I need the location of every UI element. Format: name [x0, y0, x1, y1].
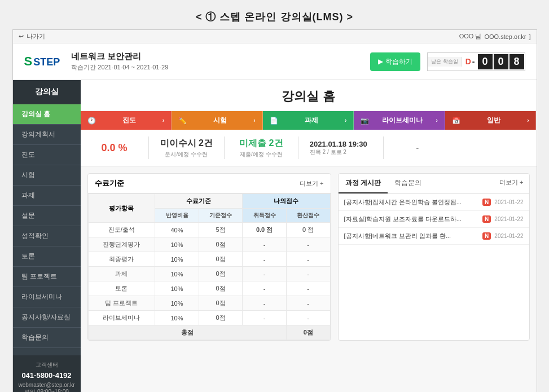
calendar-icon: 📅 [452, 117, 460, 125]
table-row: 진도/출석 40% 5점 0.0 점 0 점 [88, 223, 330, 237]
tab-board[interactable]: 과정 게시판 [339, 174, 388, 193]
nav-tabs: 🕐 진도 › ✏️ 시험 › 📄 과제 › [81, 111, 537, 130]
sidebar: 강의실 강의실 홈 강의계획서 진도 시험 과제 설문 성적확인 토론 팀 프로… [13, 80, 81, 392]
sidebar-item-project[interactable]: 팀 프로젝트 [13, 267, 81, 287]
criteria-table: 평가항목 수료기준 나의점수 반영비율 기준점수 취득점수 환산점수 [88, 193, 331, 340]
course-title: 네트워크 보안관리 [71, 51, 168, 62]
sidebar-item-grade[interactable]: 성적확인 [13, 226, 81, 246]
browser-back-btn[interactable]: ↩ 나가기 [19, 32, 45, 41]
sidebar-title: 강의실 [13, 80, 81, 104]
lms-header: SSTEP 네트워크 보안관리 학습기간 2021-01-04 ~ 2021-0… [13, 43, 537, 80]
sidebar-item-notice[interactable]: 공지사항/자료실 [13, 307, 81, 328]
content-area: 강의실 홈 🕐 진도 › ✏️ 시험 › [81, 80, 537, 392]
criteria-box: 수료기준 더보기 + 평가항목 수료기준 나의점수 [87, 173, 331, 341]
jindo-stat: 0.0 % [92, 142, 137, 154]
sidebar-item-jindo[interactable]: 진도 [13, 145, 81, 165]
tab-others[interactable]: 📅 일반 › [445, 111, 537, 130]
criteria-header: 수료기준 더보기 + [88, 174, 331, 193]
table-row: 과제 10% 0점 - - [88, 267, 330, 281]
table-row: 토론 10% 0점 - - [88, 281, 330, 296]
tab-siheom[interactable]: ✏️ 시험 › [172, 111, 263, 130]
header-right: ▶ 학습하기 남은 학습일 D - 0 0 [370, 52, 525, 71]
sidebar-item-exam[interactable]: 시험 [13, 165, 81, 186]
total-row: 총점 0점 [88, 325, 330, 340]
criteria-more-btn[interactable]: 더보기 + [300, 179, 323, 188]
sidebar-item-live[interactable]: 라이브세미나 [13, 287, 81, 307]
mijin-stat: 미이수시 2건 운시/예정 수수련 [160, 138, 213, 158]
course-info: 네트워크 보안관리 학습기간 2021-01-04 ~ 2021-01-29 [71, 51, 168, 72]
tab-liveseminar[interactable]: 📷 라이브세미나 › [354, 111, 445, 130]
browser-bar: ↩ 나가기 OOO 님 OOO.step.or.kr ] [13, 30, 537, 43]
criteria-title: 수료기준 [95, 178, 124, 188]
logo: SSTEP [24, 54, 60, 69]
criteria-tbody: 진도/출석 40% 5점 0.0 점 0 점 진행단계평가 10% [88, 223, 330, 340]
classroom-title: 강의실 홈 [81, 80, 537, 111]
course-period: 학습기간 2021-01-04 ~ 2021-01-29 [71, 63, 168, 72]
clock-icon: 🕐 [87, 117, 96, 125]
sidebar-item-inquiry[interactable]: 학습문의 [13, 328, 81, 348]
pencil-icon: ✏️ [178, 117, 187, 125]
table-row: 최종평가 10% 0점 - - [88, 252, 330, 267]
board-box: 과정 게시판 학습문의 더보기 + [공지사항]집체시간 온라인학습 불인정됩.… [338, 173, 530, 341]
play-icon: ▶ [378, 58, 383, 65]
board-tabs: 과정 게시판 학습문의 더보기 + [339, 174, 529, 194]
board-list: [공지사항]집체시간 온라인학습 불인정됩... N 2021-01-22 [자… [339, 194, 529, 245]
dashboard-row: 0.0 % 미이수시 2건 운시/예정 수수련 미제출 2건 제출/예정 수수련 [81, 130, 537, 166]
table-row: 진행단계평가 10% 0점 - - [88, 237, 330, 252]
study-button[interactable]: ▶ 학습하기 [370, 52, 420, 71]
extra-stat: - [395, 143, 440, 152]
sidebar-item-plan[interactable]: 강의계획서 [13, 125, 81, 145]
tab-jindo[interactable]: 🕐 진도 › [81, 111, 172, 130]
camera-icon: 📷 [361, 117, 369, 125]
table-row: 팀 프로젝트 10% 0점 - - [88, 296, 330, 311]
board-more-btn[interactable]: 더보기 + [494, 174, 529, 193]
list-item: [공지사항]집체시간 온라인학습 불인정됩... N 2021-01-22 [339, 194, 529, 211]
sidebar-item-discussion[interactable]: 토론 [13, 246, 81, 267]
browser-url: OOO.step.or.kr [484, 33, 526, 40]
sidebar-footer: 고객센터 041-5800-4192 webmaster@step.or.kr … [13, 355, 81, 392]
sidebar-item-survey[interactable]: 설문 [13, 206, 81, 226]
tab-gwaje[interactable]: 📄 과제 › [263, 111, 354, 130]
list-item: [자료실]학습지원 보조자료를 다운로드하... N 2021-01-22 [339, 211, 529, 228]
logo-area: SSTEP 네트워크 보안관리 학습기간 2021-01-04 ~ 2021-0… [24, 51, 169, 72]
date-stat: 2021.01.18 19:30 진목 2 / 토로 2 [310, 140, 372, 156]
table-row: 라이브세미나 10% 0점 - - [88, 311, 330, 325]
michejul-stat: 미제출 2건 제출/예정 수수련 [236, 138, 287, 158]
dday-digits: 0 0 8 [477, 53, 525, 71]
dday-box: 남은 학습일 D - 0 0 8 [427, 52, 525, 71]
page-title: < ① 스텝 온라인 강의실(LMS) > [12, 6, 537, 29]
browser-badge: OOO 님 [459, 32, 482, 41]
bottom-section: 수료기준 더보기 + 평가항목 수료기준 나의점수 [81, 166, 537, 347]
sidebar-item-task[interactable]: 과제 [13, 186, 81, 206]
arrow-icon: ↩ [19, 33, 24, 40]
doc-icon: 📄 [270, 117, 278, 125]
list-item: [공지사항]네트워크 보관리 입과를 환... N 2021-01-22 [339, 228, 529, 245]
sidebar-item-home[interactable]: 강의실 홈 [13, 104, 81, 125]
tab-inquiry[interactable]: 학습문의 [388, 174, 428, 193]
